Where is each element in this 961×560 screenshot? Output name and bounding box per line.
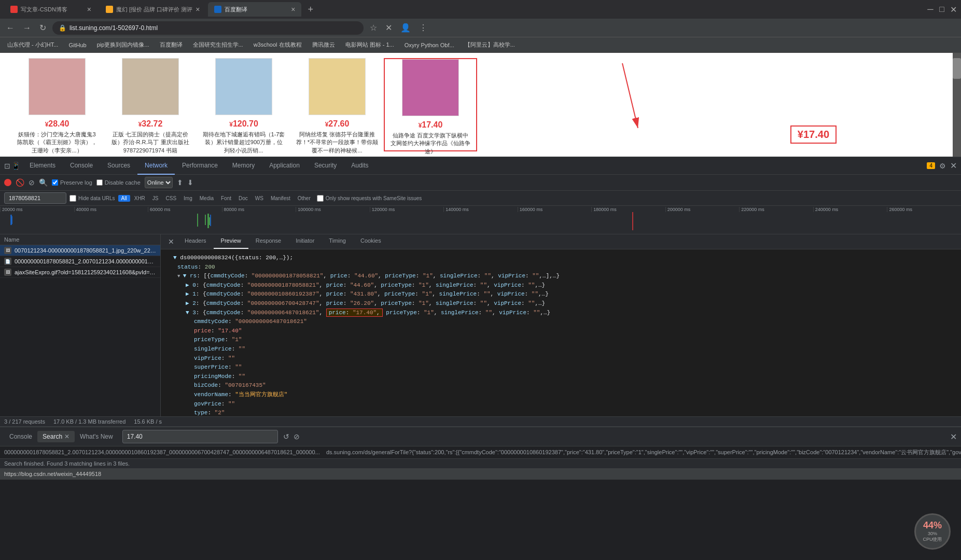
tab-network[interactable]: Network bbox=[137, 157, 175, 175]
preview-item3-vipprice: vipPrice: "" bbox=[165, 354, 957, 363]
close-button[interactable]: ✕ bbox=[950, 6, 957, 13]
tab-security[interactable]: Security bbox=[307, 157, 344, 175]
search-tab-whatsnew[interactable]: What's New bbox=[75, 431, 118, 442]
detail-tab-cookies[interactable]: Cookies bbox=[353, 234, 388, 249]
filter-xhr[interactable]: XHR bbox=[131, 195, 148, 202]
product-2[interactable]: ¥32.72 正版 七王国的骑士（提高定价版）乔治·R.R.马丁 重庆出版社 9… bbox=[104, 58, 197, 151]
devtools-close-icon[interactable]: ✕ bbox=[950, 161, 957, 171]
request-item-1[interactable]: 📄 0000000001878058821_2.0070121234.00000… bbox=[0, 256, 160, 267]
product-1[interactable]: ¥28.40 妖猫传：沙门空海之大唐魔鬼3 陈凯歌（《霸王别姬》导演），王珊玲（… bbox=[10, 58, 104, 151]
tab-mohu[interactable]: 魔幻 [报价 品牌 口碑评价 测评 × bbox=[100, 2, 206, 17]
preview-item-3[interactable]: ▼ 3: {cmmdtyCode: "0000000006487018621",… bbox=[165, 309, 957, 318]
filter-img[interactable]: Img bbox=[180, 195, 196, 202]
bookmark-w3school[interactable]: w3school 在线教程 bbox=[250, 40, 305, 50]
tab-csdn[interactable]: 写文章-CSDN博客 × bbox=[4, 2, 98, 17]
filter-manifest[interactable]: Manifest bbox=[268, 195, 294, 202]
download-icon[interactable]: ⬇ bbox=[187, 178, 193, 187]
bookmark-tencent[interactable]: 腾讯微云 bbox=[309, 40, 338, 50]
inspect-icon[interactable]: ⊡ bbox=[4, 162, 10, 170]
tab-audits[interactable]: Audits bbox=[344, 157, 375, 175]
back-button[interactable]: ← bbox=[4, 21, 17, 35]
filter-js[interactable]: JS bbox=[149, 195, 162, 202]
bookmark-movie[interactable]: 电影网站 图标 - 1... bbox=[342, 40, 397, 50]
disable-cache-checkbox[interactable]: Disable cache bbox=[96, 179, 141, 186]
product-5[interactable]: ¥17.40 仙路争途 百度文学旗下纵横中文网签约大神缘字作品《仙路争途》 已有… bbox=[384, 58, 477, 151]
preserve-log-input[interactable] bbox=[52, 179, 58, 186]
search-tab-search[interactable]: Search ✕ bbox=[37, 431, 75, 442]
detail-tab-response[interactable]: Response bbox=[248, 234, 289, 249]
preview-item3-cmmdty: cmmdtyCode: "0000000006487018621" bbox=[165, 317, 957, 327]
bookmark-star[interactable]: ☆ bbox=[368, 21, 379, 35]
filter-all[interactable]: All bbox=[118, 195, 130, 202]
upload-icon[interactable]: ⬆ bbox=[177, 178, 183, 187]
bookmark-oxyry[interactable]: Oxyry Python Obf... bbox=[401, 41, 457, 49]
samesite-input[interactable] bbox=[317, 195, 324, 202]
detail-tab-preview[interactable]: Preview bbox=[214, 234, 248, 249]
new-tab-button[interactable]: + bbox=[303, 2, 317, 17]
filter-font[interactable]: Font bbox=[218, 195, 234, 202]
filter-css[interactable]: CSS bbox=[163, 195, 180, 202]
hide-urls-checkbox[interactable]: Hide data URLs bbox=[69, 195, 115, 202]
search-tab-close[interactable]: ✕ bbox=[64, 433, 69, 440]
tab-memory[interactable]: Memory bbox=[225, 157, 262, 175]
bookmark-baidu-trans[interactable]: 百度翻译 bbox=[157, 40, 186, 50]
search-input[interactable] bbox=[122, 430, 278, 443]
clear-button[interactable]: 🚫 bbox=[16, 178, 24, 187]
profile-icon[interactable]: 👤 bbox=[398, 21, 413, 35]
forward-button[interactable]: → bbox=[21, 21, 33, 35]
tab-console[interactable]: Console bbox=[63, 157, 100, 175]
tab-performance[interactable]: Performance bbox=[175, 157, 225, 175]
maximize-button[interactable]: □ bbox=[938, 6, 945, 13]
refresh-button[interactable]: ↻ bbox=[37, 21, 48, 35]
clear-url[interactable]: ✕ bbox=[383, 21, 394, 35]
detail-tab-initiator[interactable]: Initiator bbox=[288, 234, 322, 249]
settings-icon[interactable]: ⚙ bbox=[939, 162, 946, 170]
tab-sources[interactable]: Sources bbox=[100, 157, 137, 175]
preview-item-2[interactable]: ▶ 2: {cmmdtyCode: "0000000006700428747",… bbox=[165, 299, 957, 309]
detail-close-icon[interactable]: ✕ bbox=[165, 234, 177, 249]
filter-input[interactable] bbox=[4, 192, 66, 204]
filter-ws[interactable]: WS bbox=[252, 195, 267, 202]
preserve-log-checkbox[interactable]: Preserve log bbox=[52, 179, 92, 186]
detail-tab-timing[interactable]: Timing bbox=[322, 234, 353, 249]
record-button[interactable] bbox=[4, 179, 11, 186]
request-item-2[interactable]: 🖼 ajaxSiteExpro.gif?old=1581212592340211… bbox=[0, 267, 160, 278]
throttle-select[interactable]: Online bbox=[145, 177, 173, 188]
preview-item-1[interactable]: ▶ 1: {cmmdtyCode: "0000000010860192387",… bbox=[165, 290, 957, 299]
minimize-button[interactable]: ─ bbox=[927, 6, 934, 13]
filter-doc[interactable]: Doc bbox=[235, 195, 251, 202]
menu-button[interactable]: ⋮ bbox=[417, 21, 429, 35]
device-icon[interactable]: 📱 bbox=[11, 162, 20, 170]
disable-cache-input[interactable] bbox=[96, 179, 103, 186]
search-refresh-btn[interactable]: ↺ bbox=[282, 431, 290, 442]
tab-baidu[interactable]: 百度翻译 × bbox=[208, 2, 301, 17]
url-bar[interactable]: 🔒 list.suning.com/1-502697-0.html bbox=[52, 21, 364, 35]
detail-panel: ✕ Headers Preview Response Initiator Tim… bbox=[161, 234, 961, 416]
bookmark-yansheng[interactable]: 全国研究生招生学... bbox=[190, 40, 246, 50]
tab-label-baidu: 百度翻译 bbox=[225, 6, 288, 13]
filter-icon[interactable]: ⊘ bbox=[29, 178, 35, 187]
search-close-button[interactable]: ✕ bbox=[950, 432, 957, 442]
tab-application[interactable]: Application bbox=[262, 157, 307, 175]
preview-rs[interactable]: ▼ rs: [{cmmdtyCode: "0000000001878058821… bbox=[165, 272, 957, 281]
product-4[interactable]: ¥27.60 阿纳丝塔复 张德芬平台隆重推荐！*不寻常的一段故事！带你颠覆不一样… bbox=[290, 58, 384, 151]
samesite-checkbox[interactable]: Only show requests with SameSite issues bbox=[317, 195, 422, 202]
bookmark-pip[interactable]: pip更换到国内镜像... bbox=[94, 40, 152, 50]
bookmark-aliyun[interactable]: 【阿里云】高校学... bbox=[462, 40, 518, 50]
hide-urls-input[interactable] bbox=[69, 195, 76, 202]
filter-media[interactable]: Media bbox=[197, 195, 217, 202]
request-item-0[interactable]: 🖼 0070121234-0000000001878058821_1.jpg_2… bbox=[0, 245, 160, 256]
bookmark-github[interactable]: GitHub bbox=[65, 41, 89, 49]
tab-elements[interactable]: Elements bbox=[22, 157, 63, 175]
search-tab-console[interactable]: Console bbox=[4, 431, 37, 442]
tab-close-mohu[interactable]: × bbox=[196, 5, 200, 13]
search-icon[interactable]: 🔍 bbox=[39, 178, 48, 187]
tab-close-baidu[interactable]: × bbox=[291, 5, 295, 13]
product-3[interactable]: ¥120.70 期待在地下城邂逅有错吗（1-7套装）累计销量超过900万册，位列… bbox=[197, 58, 290, 151]
preview-item-0[interactable]: ▶ 0: {cmmdtyCode: "0000000001878058821",… bbox=[165, 281, 957, 290]
bookmark-shandong[interactable]: 山东代理 - 小幻HT... bbox=[4, 40, 61, 50]
search-clear-btn[interactable]: ⊘ bbox=[293, 431, 301, 442]
tab-close-csdn[interactable]: × bbox=[87, 5, 91, 13]
detail-tab-headers[interactable]: Headers bbox=[177, 234, 214, 249]
filter-other[interactable]: Other bbox=[295, 195, 314, 202]
